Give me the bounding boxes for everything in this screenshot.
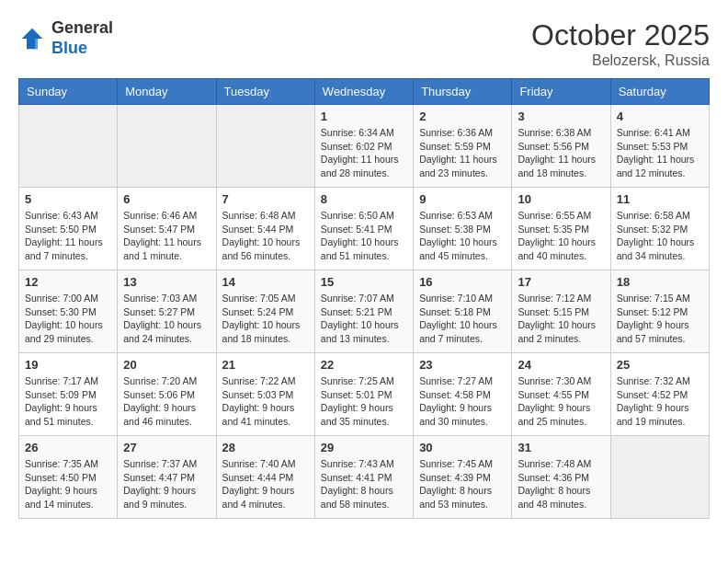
logo-icon xyxy=(18,25,46,52)
calendar-cell: 8Sunrise: 6:50 AM Sunset: 5:41 PM Daylig… xyxy=(314,188,413,270)
logo-blue: Blue xyxy=(51,39,87,57)
day-info: Sunrise: 7:27 AM Sunset: 4:58 PM Dayligh… xyxy=(419,374,506,429)
day-info: Sunrise: 6:58 AM Sunset: 5:32 PM Dayligh… xyxy=(617,209,703,263)
day-info: Sunrise: 7:17 AM Sunset: 5:09 PM Dayligh… xyxy=(25,374,111,429)
day-number: 22 xyxy=(321,358,407,372)
page-header: General Blue October 2025 Belozersk, Rus… xyxy=(18,18,710,69)
weekday-header-tuesday: Tuesday xyxy=(216,79,314,105)
page-title: October 2025 xyxy=(531,18,710,52)
day-number: 25 xyxy=(617,358,703,372)
day-info: Sunrise: 6:46 AM Sunset: 5:47 PM Dayligh… xyxy=(123,209,210,263)
calendar-week-row: 26Sunrise: 7:35 AM Sunset: 4:50 PM Dayli… xyxy=(19,436,710,519)
day-info: Sunrise: 6:53 AM Sunset: 5:38 PM Dayligh… xyxy=(419,209,506,263)
day-number: 19 xyxy=(25,358,111,372)
calendar-cell: 29Sunrise: 7:43 AM Sunset: 4:41 PM Dayli… xyxy=(314,436,413,519)
day-number: 1 xyxy=(321,109,407,123)
day-number: 30 xyxy=(419,441,506,454)
title-block: October 2025 Belozersk, Russia xyxy=(531,18,710,69)
calendar-cell: 7Sunrise: 6:48 AM Sunset: 5:44 PM Daylig… xyxy=(216,188,314,270)
calendar-cell: 2Sunrise: 6:36 AM Sunset: 5:59 PM Daylig… xyxy=(414,105,512,188)
day-info: Sunrise: 7:15 AM Sunset: 5:12 PM Dayligh… xyxy=(617,292,703,346)
day-info: Sunrise: 6:48 AM Sunset: 5:44 PM Dayligh… xyxy=(222,209,309,263)
day-info: Sunrise: 6:43 AM Sunset: 5:50 PM Dayligh… xyxy=(25,209,111,263)
day-info: Sunrise: 7:35 AM Sunset: 4:50 PM Dayligh… xyxy=(25,457,111,511)
day-info: Sunrise: 6:36 AM Sunset: 5:59 PM Dayligh… xyxy=(419,126,506,180)
day-number: 10 xyxy=(518,192,604,206)
day-number: 24 xyxy=(518,358,604,372)
calendar-cell: 18Sunrise: 7:15 AM Sunset: 5:12 PM Dayli… xyxy=(610,270,709,353)
day-info: Sunrise: 6:38 AM Sunset: 5:56 PM Dayligh… xyxy=(518,126,604,180)
day-number: 9 xyxy=(419,192,506,206)
day-number: 8 xyxy=(321,192,407,206)
calendar-cell: 9Sunrise: 6:53 AM Sunset: 5:38 PM Daylig… xyxy=(414,188,512,270)
calendar-cell: 26Sunrise: 7:35 AM Sunset: 4:50 PM Dayli… xyxy=(19,436,118,519)
calendar-table: SundayMondayTuesdayWednesdayThursdayFrid… xyxy=(18,78,710,519)
day-number: 6 xyxy=(123,192,210,206)
day-number: 20 xyxy=(123,358,210,372)
day-info: Sunrise: 7:43 AM Sunset: 4:41 PM Dayligh… xyxy=(321,457,407,511)
day-number: 11 xyxy=(617,192,703,206)
day-info: Sunrise: 7:03 AM Sunset: 5:27 PM Dayligh… xyxy=(123,292,210,346)
weekday-header-friday: Friday xyxy=(512,79,610,105)
day-number: 14 xyxy=(222,275,309,289)
day-info: Sunrise: 7:48 AM Sunset: 4:36 PM Dayligh… xyxy=(518,457,604,511)
day-info: Sunrise: 7:07 AM Sunset: 5:21 PM Dayligh… xyxy=(321,292,407,346)
day-info: Sunrise: 7:32 AM Sunset: 4:52 PM Dayligh… xyxy=(617,374,703,429)
calendar-cell xyxy=(610,436,709,519)
calendar-cell xyxy=(118,105,216,188)
calendar-cell: 24Sunrise: 7:30 AM Sunset: 4:55 PM Dayli… xyxy=(512,353,610,436)
day-number: 27 xyxy=(123,441,210,454)
calendar-week-row: 1Sunrise: 6:34 AM Sunset: 6:02 PM Daylig… xyxy=(19,105,710,188)
day-number: 28 xyxy=(222,441,309,454)
calendar-cell: 22Sunrise: 7:25 AM Sunset: 5:01 PM Dayli… xyxy=(314,353,413,436)
day-info: Sunrise: 6:34 AM Sunset: 6:02 PM Dayligh… xyxy=(321,126,407,180)
day-number: 21 xyxy=(222,358,309,372)
weekday-header-saturday: Saturday xyxy=(610,79,709,105)
day-number: 15 xyxy=(321,275,407,289)
calendar-cell: 21Sunrise: 7:22 AM Sunset: 5:03 PM Dayli… xyxy=(216,353,314,436)
day-number: 5 xyxy=(25,192,111,206)
weekday-header-sunday: Sunday xyxy=(19,79,118,105)
day-info: Sunrise: 7:12 AM Sunset: 5:15 PM Dayligh… xyxy=(518,292,604,346)
day-number: 4 xyxy=(617,109,703,123)
calendar-cell xyxy=(216,105,314,188)
day-number: 26 xyxy=(25,441,111,454)
day-info: Sunrise: 7:45 AM Sunset: 4:39 PM Dayligh… xyxy=(419,457,506,511)
day-number: 13 xyxy=(123,275,210,289)
day-info: Sunrise: 6:55 AM Sunset: 5:35 PM Dayligh… xyxy=(518,209,604,263)
day-info: Sunrise: 7:40 AM Sunset: 4:44 PM Dayligh… xyxy=(222,457,309,511)
calendar-cell: 16Sunrise: 7:10 AM Sunset: 5:18 PM Dayli… xyxy=(414,270,512,353)
calendar-cell: 23Sunrise: 7:27 AM Sunset: 4:58 PM Dayli… xyxy=(414,353,512,436)
calendar-cell: 20Sunrise: 7:20 AM Sunset: 5:06 PM Dayli… xyxy=(118,353,216,436)
calendar-cell xyxy=(19,105,118,188)
day-number: 16 xyxy=(419,275,506,289)
calendar-week-row: 19Sunrise: 7:17 AM Sunset: 5:09 PM Dayli… xyxy=(19,353,710,436)
calendar-cell: 1Sunrise: 6:34 AM Sunset: 6:02 PM Daylig… xyxy=(314,105,413,188)
day-number: 18 xyxy=(617,275,703,289)
day-info: Sunrise: 7:05 AM Sunset: 5:24 PM Dayligh… xyxy=(222,292,309,346)
day-number: 7 xyxy=(222,192,309,206)
weekday-header-row: SundayMondayTuesdayWednesdayThursdayFrid… xyxy=(19,79,710,105)
calendar-cell: 31Sunrise: 7:48 AM Sunset: 4:36 PM Dayli… xyxy=(512,436,610,519)
svg-marker-0 xyxy=(22,28,43,49)
weekday-header-wednesday: Wednesday xyxy=(314,79,413,105)
day-info: Sunrise: 7:22 AM Sunset: 5:03 PM Dayligh… xyxy=(222,374,309,429)
day-info: Sunrise: 7:20 AM Sunset: 5:06 PM Dayligh… xyxy=(123,374,210,429)
calendar-cell: 14Sunrise: 7:05 AM Sunset: 5:24 PM Dayli… xyxy=(216,270,314,353)
calendar-cell: 6Sunrise: 6:46 AM Sunset: 5:47 PM Daylig… xyxy=(118,188,216,270)
day-info: Sunrise: 7:30 AM Sunset: 4:55 PM Dayligh… xyxy=(518,374,604,429)
calendar-cell: 19Sunrise: 7:17 AM Sunset: 5:09 PM Dayli… xyxy=(19,353,118,436)
day-number: 23 xyxy=(419,358,506,372)
calendar-cell: 4Sunrise: 6:41 AM Sunset: 5:53 PM Daylig… xyxy=(610,105,709,188)
calendar-cell: 25Sunrise: 7:32 AM Sunset: 4:52 PM Dayli… xyxy=(610,353,709,436)
calendar-cell: 3Sunrise: 6:38 AM Sunset: 5:56 PM Daylig… xyxy=(512,105,610,188)
day-number: 31 xyxy=(518,441,604,454)
day-info: Sunrise: 6:50 AM Sunset: 5:41 PM Dayligh… xyxy=(321,209,407,263)
calendar-cell: 10Sunrise: 6:55 AM Sunset: 5:35 PM Dayli… xyxy=(512,188,610,270)
day-number: 29 xyxy=(321,441,407,454)
day-number: 3 xyxy=(518,109,604,123)
calendar-cell: 27Sunrise: 7:37 AM Sunset: 4:47 PM Dayli… xyxy=(118,436,216,519)
calendar-cell: 12Sunrise: 7:00 AM Sunset: 5:30 PM Dayli… xyxy=(19,270,118,353)
day-info: Sunrise: 6:41 AM Sunset: 5:53 PM Dayligh… xyxy=(617,126,703,180)
calendar-cell: 11Sunrise: 6:58 AM Sunset: 5:32 PM Dayli… xyxy=(610,188,709,270)
